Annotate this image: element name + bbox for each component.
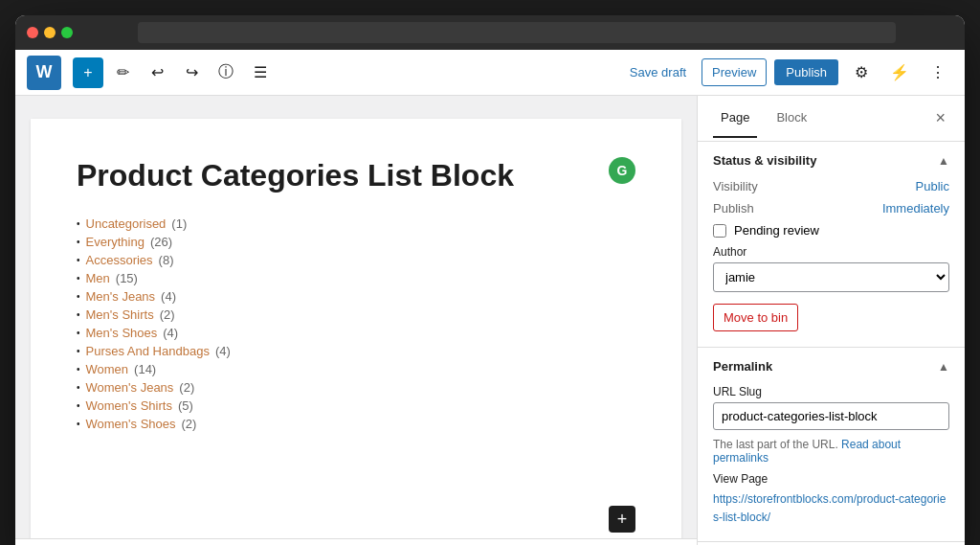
status-visibility-title: Status & visibility: [713, 153, 816, 168]
edit-button[interactable]: ✏: [107, 57, 138, 88]
bullet-icon: •: [77, 309, 80, 320]
g-icon: G: [609, 157, 635, 184]
category-count: (26): [150, 235, 172, 249]
url-bar[interactable]: [138, 22, 896, 43]
bullet-icon: •: [77, 419, 80, 429]
pending-review-checkbox[interactable]: [713, 224, 726, 238]
category-list: • Uncategorised (1) • Everything (26) • …: [77, 216, 635, 431]
url-slug-input[interactable]: [713, 402, 949, 430]
category-count: (2): [179, 380, 194, 395]
view-page-link[interactable]: https://storefrontblocks.com/product-cat…: [713, 492, 946, 524]
redo-button[interactable]: ↪: [176, 57, 207, 88]
list-view-button[interactable]: ☰: [245, 57, 276, 88]
titlebar: [15, 15, 965, 50]
sidebar-close-button[interactable]: ×: [931, 104, 949, 132]
maximize-dot[interactable]: [61, 27, 73, 38]
list-item: • Men (15): [77, 271, 635, 285]
close-dot[interactable]: [27, 27, 38, 38]
category-count: (2): [182, 417, 197, 431]
category-count: (4): [163, 326, 178, 340]
editor-content: Product Categories List Block G • Uncate…: [31, 119, 681, 545]
save-draft-button[interactable]: Save draft: [622, 59, 694, 85]
publish-value[interactable]: Immediately: [882, 201, 949, 216]
url-slug-label: URL Slug: [713, 385, 949, 398]
bullet-icon: •: [77, 364, 80, 375]
list-item: • Accessories (8): [77, 253, 635, 267]
info-button[interactable]: ⓘ: [211, 57, 241, 88]
view-page-label: View Page: [713, 472, 949, 486]
category-link[interactable]: Women's Shoes: [86, 417, 176, 431]
category-count: (4): [215, 344, 231, 358]
toolbar-right: Save draft Preview Publish ⚙ ⚡ ⋮: [622, 57, 953, 88]
category-link[interactable]: Accessories: [86, 253, 153, 267]
bullet-icon: •: [77, 218, 80, 229]
window-controls: [27, 27, 73, 38]
bullet-icon: •: [77, 273, 80, 284]
category-link[interactable]: Women's Jeans: [86, 380, 174, 395]
category-count: (1): [171, 216, 187, 231]
category-link[interactable]: Purses And Handbags: [86, 344, 210, 358]
visibility-value[interactable]: Public: [916, 179, 949, 193]
editor-area: Product Categories List Block G • Uncate…: [15, 96, 697, 545]
pending-review-row: Pending review: [713, 223, 949, 238]
list-item: • Women's Shirts (5): [77, 398, 635, 413]
category-count: (15): [116, 271, 138, 285]
category-link[interactable]: Women's Shirts: [86, 398, 172, 413]
bullet-icon: •: [77, 328, 80, 338]
list-item: • Men's Shoes (4): [77, 326, 635, 340]
status-chevron-up-icon: ▲: [938, 154, 949, 168]
preview-button[interactable]: Preview: [702, 58, 767, 86]
move-to-bin-button[interactable]: Move to bin: [713, 304, 798, 331]
undo-button[interactable]: ↩: [142, 57, 172, 88]
status-visibility-section: Status & visibility ▲ Visibility Public …: [698, 142, 965, 348]
minimize-dot[interactable]: [44, 27, 56, 38]
category-link[interactable]: Men's Shirts: [86, 307, 154, 322]
page-title[interactable]: Product Categories List Block: [77, 157, 635, 193]
add-block-inline-button[interactable]: +: [609, 506, 635, 533]
author-field: Author jamie: [713, 245, 949, 304]
tab-page[interactable]: Page: [713, 99, 757, 138]
category-count: (14): [134, 362, 156, 376]
more-options-icon[interactable]: ⋮: [923, 57, 953, 88]
editor-toolbar: W + ✏ ↩ ↪ ⓘ ☰ Save draft Preview Publish…: [15, 50, 965, 96]
category-link[interactable]: Everything: [86, 235, 145, 249]
bullet-icon: •: [77, 346, 80, 356]
publish-button[interactable]: Publish: [774, 59, 838, 85]
sidebar-header: Page Block ×: [698, 96, 965, 142]
featured-image-section: Featured image ▼: [698, 542, 965, 545]
category-link[interactable]: Men: [86, 271, 110, 285]
publish-row: Publish Immediately: [713, 201, 949, 216]
visibility-label: Visibility: [713, 179, 758, 193]
bullet-icon: •: [77, 255, 80, 265]
tab-block[interactable]: Block: [768, 99, 814, 138]
app-window: W + ✏ ↩ ↪ ⓘ ☰ Save draft Preview Publish…: [15, 15, 965, 545]
list-item: • Purses And Handbags (4): [77, 344, 635, 358]
category-link[interactable]: Uncategorised: [86, 216, 167, 231]
permalink-section: Permalink ▲ URL Slug The last part of th…: [698, 348, 965, 542]
list-item: • Women's Jeans (2): [77, 380, 635, 395]
featured-image-header[interactable]: Featured image ▼: [698, 542, 965, 545]
bullet-icon: •: [77, 291, 80, 302]
category-link[interactable]: Men's Jeans: [86, 289, 156, 304]
category-link[interactable]: Men's Shoes: [86, 326, 158, 340]
author-select[interactable]: jamie: [713, 262, 949, 292]
settings-icon[interactable]: ⚙: [846, 57, 877, 88]
list-item: • Women's Shoes (2): [77, 417, 635, 431]
status-visibility-body: Visibility Public Publish Immediately Pe…: [698, 179, 965, 347]
visibility-row: Visibility Public: [713, 179, 949, 193]
bullet-icon: •: [77, 382, 80, 393]
list-item: • Everything (26): [77, 235, 635, 249]
category-count: (8): [159, 253, 174, 267]
list-item: • Men's Jeans (4): [77, 289, 635, 304]
permalink-header[interactable]: Permalink ▲: [698, 348, 965, 385]
category-link[interactable]: Women: [86, 362, 129, 376]
permalink-body: URL Slug The last part of the URL. Read …: [698, 385, 965, 541]
permalink-title: Permalink: [713, 359, 772, 374]
plugins-icon[interactable]: ⚡: [884, 57, 915, 88]
status-visibility-header[interactable]: Status & visibility ▲: [698, 142, 965, 179]
add-block-toolbar-button[interactable]: +: [73, 57, 103, 88]
sidebar: Page Block × Status & visibility ▲ Visib…: [697, 96, 965, 545]
list-item: • Uncategorised (1): [77, 216, 635, 231]
bullet-icon: •: [77, 400, 80, 411]
author-label: Author: [713, 245, 949, 259]
